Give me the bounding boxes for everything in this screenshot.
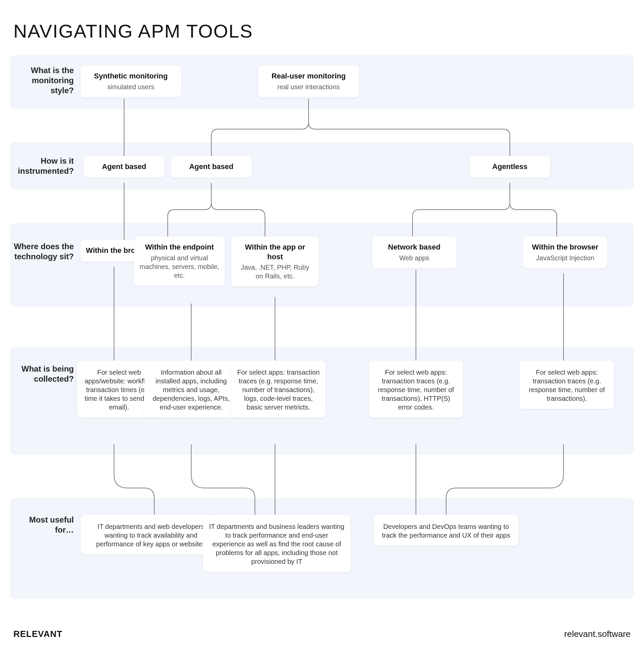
node-text: For select web apps: transaction traces … <box>525 368 608 403</box>
node-agentless: Agentless <box>469 156 550 178</box>
node-network-based: Network based Web apps <box>372 237 456 268</box>
node-title: Agent based <box>89 162 159 172</box>
node-subtitle: real user interactions <box>264 83 354 91</box>
node-within-browser-2: Within the browser JavaScript Injection <box>523 237 607 268</box>
node-title: Within the app or host <box>237 243 313 261</box>
node-title: Real-user monitoring <box>264 71 354 81</box>
node-text: For select apps: transaction traces (e.g… <box>237 368 320 411</box>
node-title: Agent based <box>177 162 246 172</box>
row-question-3: Where does the technology sit? <box>10 242 74 261</box>
node-agent-based-synthetic: Agent based <box>84 156 164 178</box>
footer-brand: RELEVANT <box>13 629 62 639</box>
node-text: For select web apps: transaction traces … <box>374 368 458 411</box>
row-question-2: How is it instrumented? <box>10 156 74 176</box>
node-within-app-host: Within the app or host Java, .NET, PHP, … <box>232 237 319 286</box>
node-title: Within the browser <box>529 243 602 252</box>
node-subtitle: physical and virtual machines, servers, … <box>140 253 219 280</box>
node-title: Synthetic monitoring <box>86 71 176 81</box>
node-collected-browser: For select web apps: transaction traces … <box>520 361 614 409</box>
footer-url: relevant.software <box>564 629 631 639</box>
node-text: IT departments and business leaders want… <box>208 522 345 566</box>
node-agent-based-rum: Agent based <box>171 156 251 178</box>
node-subtitle: simulated users <box>86 83 176 91</box>
node-useful-it-business: IT departments and business leaders want… <box>203 515 350 572</box>
node-title: Agentless <box>475 162 545 172</box>
node-real-user-monitoring: Real-user monitoring real user interacti… <box>258 65 359 97</box>
node-useful-devops: Developers and DevOps teams wanting to t… <box>374 515 518 546</box>
node-text: Developers and DevOps teams wanting to t… <box>379 522 513 540</box>
node-collected-app-host: For select apps: transaction traces (e.g… <box>232 361 325 417</box>
node-subtitle: Java, .NET, PHP, Ruby on Rails, etc. <box>237 263 313 280</box>
page-title: NAVIGATING APM TOOLS <box>13 20 634 42</box>
node-subtitle: Web apps <box>378 253 451 262</box>
node-collected-endpoint: Information about all installed apps, in… <box>144 361 238 417</box>
row-question-1: What is the monitoring style? <box>10 65 74 96</box>
node-useful-it-webdev: IT departments and web developers wantin… <box>81 515 221 554</box>
node-text: Information about all installed apps, in… <box>150 368 233 411</box>
diagram-canvas: What is the monitoring style? How is it … <box>10 55 634 619</box>
node-title: Network based <box>378 243 451 252</box>
node-text: IT departments and web developers wantin… <box>86 522 216 548</box>
row-question-5: Most useful for… <box>10 515 74 535</box>
row-question-4: What is being collected? <box>10 364 74 384</box>
node-title: Within the endpoint <box>140 243 219 252</box>
footer: RELEVANT relevant.software <box>10 629 634 639</box>
node-collected-network: For select web apps: transaction traces … <box>369 361 463 417</box>
node-subtitle: JavaScript Injection <box>529 253 602 262</box>
node-synthetic-monitoring: Synthetic monitoring simulated users <box>81 65 181 97</box>
node-within-endpoint: Within the endpoint physical and virtual… <box>134 237 225 286</box>
